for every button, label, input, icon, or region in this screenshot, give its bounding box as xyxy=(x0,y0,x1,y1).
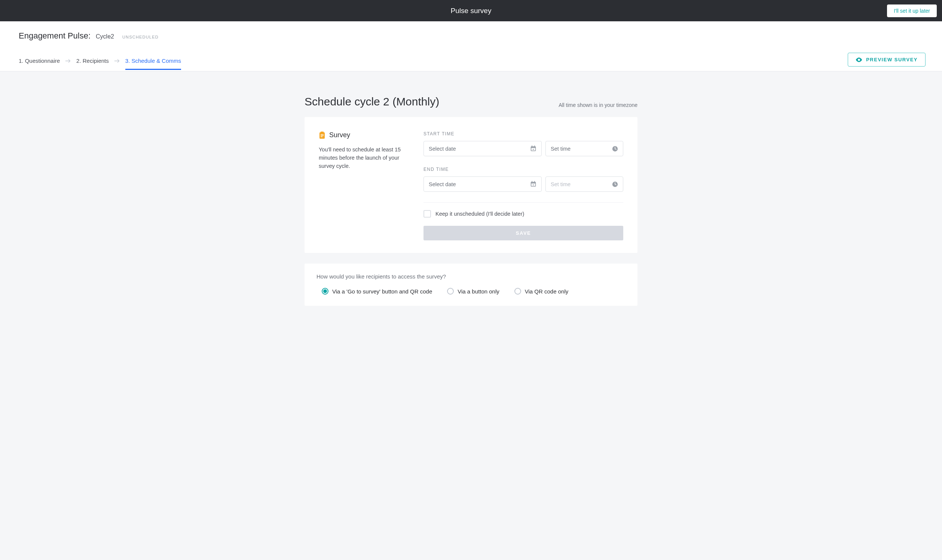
start-time-placeholder: Set time xyxy=(551,146,570,152)
clipboard-icon xyxy=(319,132,325,139)
end-date-input[interactable]: Select date xyxy=(424,177,542,192)
svg-rect-18 xyxy=(533,184,534,185)
access-option-button-qr[interactable]: Via a 'Go to survey' button and QR code xyxy=(322,288,432,295)
timezone-note: All time shown is in your timezone xyxy=(558,102,637,108)
svg-rect-11 xyxy=(534,145,535,147)
access-options: Via a 'Go to survey' button and QR code … xyxy=(316,288,626,295)
access-card: How would you like recipients to access … xyxy=(305,263,637,306)
topbar: Pulse survey I'll set it up later xyxy=(0,0,942,21)
end-date-placeholder: Select date xyxy=(429,181,456,187)
access-question: How would you like recipients to access … xyxy=(316,273,626,280)
svg-rect-17 xyxy=(534,181,535,182)
page-heading: Schedule cycle 2 (Monthly) xyxy=(305,95,439,108)
page-title: Pulse survey xyxy=(451,7,492,15)
calendar-icon xyxy=(530,181,537,187)
eye-icon xyxy=(856,58,862,62)
start-time-input[interactable]: Set time xyxy=(546,141,623,156)
calendar-icon xyxy=(530,145,537,152)
step-questionnaire[interactable]: 1. Questionnaire xyxy=(19,54,60,70)
end-time-label: END TIME xyxy=(424,167,623,172)
survey-info-row: Engagement Pulse: Cycle2 UNSCHEDULED xyxy=(19,31,925,41)
svg-rect-12 xyxy=(533,149,534,150)
section-title: Survey xyxy=(329,131,350,139)
step-recipients[interactable]: 2. Recipients xyxy=(76,54,109,70)
preview-survey-label: PREVIEW SURVEY xyxy=(866,57,918,62)
clock-icon xyxy=(612,181,618,187)
main-content: Schedule cycle 2 (Monthly) All time show… xyxy=(305,71,637,321)
access-option-qr-only[interactable]: Via QR code only xyxy=(514,288,568,295)
radio-icon xyxy=(514,288,521,295)
access-option-button-only[interactable]: Via a button only xyxy=(447,288,499,295)
svg-rect-10 xyxy=(532,145,532,147)
start-date-placeholder: Select date xyxy=(429,146,456,152)
subheader: Engagement Pulse: Cycle2 UNSCHEDULED 1. … xyxy=(0,21,942,71)
chevron-right-icon xyxy=(114,59,120,65)
steps-row: 1. Questionnaire 2. Recipients 3. Schedu… xyxy=(19,53,925,71)
wizard-steps: 1. Questionnaire 2. Recipients 3. Schedu… xyxy=(19,54,181,70)
svg-rect-7 xyxy=(321,137,322,137)
section-description: You'll need to schedule at least 15 minu… xyxy=(319,146,409,170)
survey-name: Engagement Pulse: xyxy=(19,31,91,41)
preview-survey-button[interactable]: PREVIEW SURVEY xyxy=(848,53,925,66)
schedule-card: Survey You'll need to schedule at least … xyxy=(305,117,637,253)
start-time-label: START TIME xyxy=(424,131,623,137)
schedule-right-col: START TIME Select date Set time xyxy=(424,131,623,240)
keep-unscheduled-checkbox[interactable] xyxy=(424,210,431,218)
radio-label: Via a button only xyxy=(458,288,499,295)
end-time-placeholder: Set time xyxy=(551,181,570,187)
svg-rect-6 xyxy=(321,135,324,136)
status-badge: UNSCHEDULED xyxy=(122,35,159,39)
radio-label: Via a 'Go to survey' button and QR code xyxy=(332,288,432,295)
setup-later-button[interactable]: I'll set it up later xyxy=(887,5,937,17)
cycle-name: Cycle2 xyxy=(96,33,114,40)
step-schedule-comms[interactable]: 3. Schedule & Comms xyxy=(125,54,181,70)
svg-rect-5 xyxy=(321,134,324,135)
divider xyxy=(424,202,623,203)
radio-icon xyxy=(322,288,328,295)
radio-label: Via QR code only xyxy=(525,288,568,295)
svg-rect-16 xyxy=(532,181,532,182)
keep-unscheduled-row: Keep it unscheduled (I'll decide later) xyxy=(424,210,623,218)
schedule-left-col: Survey You'll need to schedule at least … xyxy=(319,131,409,240)
svg-rect-4 xyxy=(321,132,324,133)
save-button[interactable]: SAVE xyxy=(424,226,623,240)
start-date-input[interactable]: Select date xyxy=(424,141,542,156)
page-heading-row: Schedule cycle 2 (Monthly) All time show… xyxy=(305,95,637,108)
clock-icon xyxy=(612,146,618,152)
keep-unscheduled-label: Keep it unscheduled (I'll decide later) xyxy=(435,211,524,217)
svg-point-2 xyxy=(859,59,860,60)
chevron-right-icon xyxy=(65,59,71,65)
end-time-input[interactable]: Set time xyxy=(546,177,623,192)
radio-icon xyxy=(447,288,454,295)
